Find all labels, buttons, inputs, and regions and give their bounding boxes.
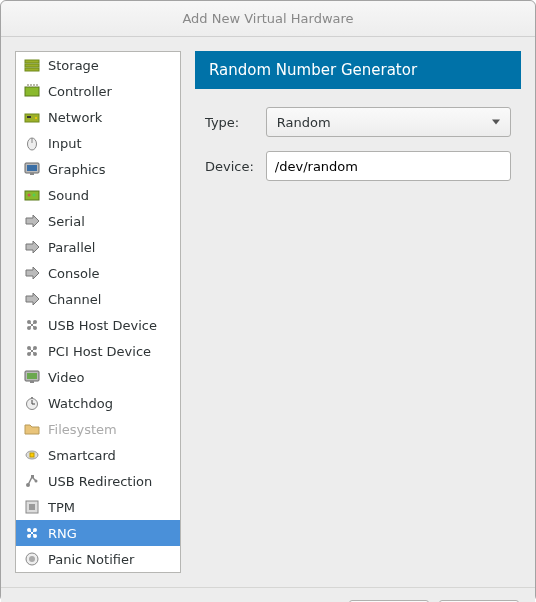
svg-point-18 (33, 194, 36, 197)
type-combo-value: Random (277, 115, 331, 130)
svg-rect-3 (25, 87, 39, 96)
video-icon (24, 369, 40, 385)
controller-icon (24, 83, 40, 99)
sidebar-item-label: Controller (48, 84, 112, 99)
sidebar-item-label: Watchdog (48, 396, 113, 411)
svg-point-52 (29, 556, 35, 562)
sidebar-item-serial[interactable]: Serial (16, 208, 180, 234)
sidebar-item-label: Console (48, 266, 100, 281)
sidebar-item-label: Storage (48, 58, 99, 73)
svg-rect-44 (29, 504, 35, 510)
content-area: StorageControllerNetworkInputGraphicsSou… (1, 37, 535, 587)
dialog-window: Add New Virtual Hardware StorageControll… (0, 0, 536, 602)
sidebar-item-smartcard[interactable]: Smartcard (16, 442, 180, 468)
folder-icon (24, 421, 40, 437)
sidebar-item-label: Smartcard (48, 448, 116, 463)
sidebar-item-rng[interactable]: RNG (16, 520, 180, 546)
sidebar-item-graphics[interactable]: Graphics (16, 156, 180, 182)
svg-rect-9 (27, 116, 31, 118)
sound-icon (24, 187, 40, 203)
svg-rect-6 (33, 84, 35, 87)
sidebar-item-controller[interactable]: Controller (16, 78, 180, 104)
sidebar-item-panic-notifier[interactable]: Panic Notifier (16, 546, 180, 572)
svg-point-41 (35, 480, 38, 483)
svg-rect-42 (31, 475, 34, 478)
port-icon (24, 213, 40, 229)
sidebar-item-sound[interactable]: Sound (16, 182, 180, 208)
port-icon (24, 239, 40, 255)
svg-rect-2 (25, 68, 39, 71)
svg-point-10 (35, 117, 37, 119)
device-input[interactable] (266, 151, 511, 181)
port-icon (24, 291, 40, 307)
sidebar-item-label: Network (48, 110, 102, 125)
form-area: Type: Random Device: (195, 89, 521, 199)
svg-point-17 (28, 194, 31, 197)
sidebar-item-label: Panic Notifier (48, 552, 134, 567)
sidebar-item-label: Sound (48, 188, 89, 203)
sidebar-item-label: Channel (48, 292, 101, 307)
hostdev-icon (24, 343, 40, 359)
sidebar-item-usb-redirection[interactable]: USB Redirection (16, 468, 180, 494)
svg-rect-39 (30, 453, 34, 457)
sidebar-item-channel[interactable]: Channel (16, 286, 180, 312)
svg-rect-0 (25, 60, 39, 63)
sidebar-item-console[interactable]: Console (16, 260, 180, 286)
svg-rect-16 (25, 191, 39, 200)
sidebar-item-parallel[interactable]: Parallel (16, 234, 180, 260)
smartcard-icon (24, 447, 40, 463)
svg-rect-37 (31, 397, 33, 399)
svg-rect-5 (30, 84, 32, 87)
sidebar-item-label: RNG (48, 526, 77, 541)
input-icon (24, 135, 40, 151)
storage-icon (24, 57, 40, 73)
svg-rect-14 (27, 165, 37, 171)
sidebar-item-label: Video (48, 370, 84, 385)
sidebar-item-label: USB Host Device (48, 318, 157, 333)
dialog-footer: Cancel Finish (1, 587, 535, 602)
sidebar-item-label: Serial (48, 214, 85, 229)
type-label: Type: (205, 115, 254, 130)
network-icon (24, 109, 40, 125)
sidebar-item-network[interactable]: Network (16, 104, 180, 130)
window-titlebar: Add New Virtual Hardware (1, 1, 535, 37)
sidebar-item-video[interactable]: Video (16, 364, 180, 390)
sidebar-item-storage[interactable]: Storage (16, 52, 180, 78)
device-label: Device: (205, 159, 254, 174)
panel-title: Random Number Generator (209, 61, 417, 79)
port-icon (24, 265, 40, 281)
sidebar-item-label: Input (48, 136, 82, 151)
type-combo[interactable]: Random (266, 107, 511, 137)
svg-rect-7 (36, 84, 38, 87)
svg-rect-1 (25, 64, 39, 67)
panic-icon (24, 551, 40, 567)
watchdog-icon (24, 395, 40, 411)
svg-rect-15 (30, 173, 34, 175)
sidebar-item-filesystem: Filesystem (16, 416, 180, 442)
hostdev-icon (24, 317, 40, 333)
sidebar-item-label: Parallel (48, 240, 95, 255)
usbredir-icon (24, 473, 40, 489)
sidebar-item-input[interactable]: Input (16, 130, 180, 156)
sidebar-item-usb-host-device[interactable]: USB Host Device (16, 312, 180, 338)
sidebar-item-label: PCI Host Device (48, 344, 151, 359)
sidebar-item-label: TPM (48, 500, 75, 515)
sidebar-item-watchdog[interactable]: Watchdog (16, 390, 180, 416)
svg-rect-4 (27, 84, 29, 87)
window-title: Add New Virtual Hardware (182, 11, 353, 26)
sidebar-item-label: Filesystem (48, 422, 117, 437)
sidebar-item-label: USB Redirection (48, 474, 152, 489)
tpm-icon (24, 499, 40, 515)
sidebar-item-label: Graphics (48, 162, 105, 177)
graphics-icon (24, 161, 40, 177)
sidebar-item-pci-host-device[interactable]: PCI Host Device (16, 338, 180, 364)
hostdev-icon (24, 525, 40, 541)
hardware-type-sidebar: StorageControllerNetworkInputGraphicsSou… (15, 51, 181, 573)
main-panel: Random Number Generator Type: Random Dev… (195, 51, 521, 573)
svg-rect-32 (27, 373, 37, 379)
panel-header: Random Number Generator (195, 51, 521, 89)
svg-rect-33 (30, 381, 34, 383)
sidebar-item-tpm[interactable]: TPM (16, 494, 180, 520)
